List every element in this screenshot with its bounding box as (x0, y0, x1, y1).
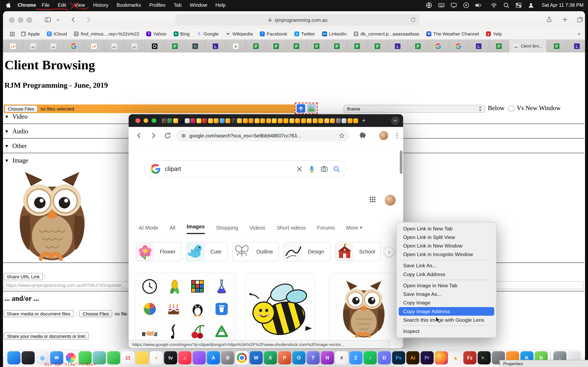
chrome-menu-dots-icon[interactable] (393, 132, 401, 140)
close-window-button[interactable] (135, 118, 140, 123)
menubar-menu-tab[interactable]: Tab (170, 2, 186, 8)
bookmark-apple[interactable]: Apple (21, 31, 40, 36)
result-tile-owl[interactable] (329, 273, 398, 346)
forward-button[interactable] (150, 132, 157, 140)
dock-spotify[interactable]: ♪ (364, 351, 377, 364)
menubar-menu-edit[interactable]: Edit (54, 2, 70, 8)
tab-favicon[interactable] (231, 118, 236, 123)
tab-favicon[interactable] (347, 118, 352, 123)
address-bar[interactable]: rjmprogramming.com.au (176, 14, 419, 25)
play-icon[interactable] (463, 2, 470, 8)
wifi-icon[interactable] (491, 2, 497, 8)
context-menu-item-copy-image[interactable]: Copy Image (398, 299, 494, 307)
control-center-icon[interactable] (515, 2, 522, 8)
bookmark-facebook[interactable]: fFacebook (260, 31, 287, 36)
search-icon[interactable] (503, 2, 510, 8)
bookmark-wikipedia[interactable]: WWikipedia (226, 31, 253, 36)
filter-chip-school[interactable]: School (335, 242, 381, 262)
google-search-box[interactable]: clipart (144, 160, 347, 177)
dock-tv[interactable]: tv (164, 351, 177, 364)
browser-tab[interactable] (307, 40, 327, 52)
dock-excel[interactable]: X (264, 351, 277, 364)
owl-clipart-image[interactable] (8, 169, 97, 263)
dock-powerpoint[interactable]: P (278, 351, 291, 364)
reload-button[interactable] (164, 132, 172, 140)
tab-favicon[interactable] (330, 118, 335, 123)
browser-tab[interactable]: L (567, 40, 585, 52)
tab-favicon[interactable] (301, 118, 306, 123)
tab-favicon[interactable] (196, 118, 201, 123)
bookmark-db-connect-p-aaasaaafaas[interactable]: ddb_connect.p...aaasaaafaas (354, 31, 419, 36)
menubar-menu-bookmarks[interactable]: Bookmarks (112, 2, 145, 8)
close-window-button[interactable] (9, 17, 15, 23)
dock-vlc[interactable]: ▲ (449, 351, 462, 364)
browser-tab[interactable] (145, 40, 165, 52)
forward-button[interactable] (85, 16, 92, 23)
dock-firefox[interactable] (435, 351, 448, 364)
image-icon[interactable] (307, 104, 316, 113)
google-tab-all[interactable]: All (169, 225, 175, 234)
result-tile-collage[interactable] (135, 273, 236, 346)
chevron-down-icon[interactable] (56, 17, 61, 22)
bookmark-google[interactable]: GGoogle (197, 31, 219, 36)
dock-facetime[interactable] (107, 351, 120, 364)
back-button[interactable] (70, 16, 77, 23)
minimize-window-button[interactable] (18, 17, 23, 23)
tab-favicon[interactable] (260, 118, 265, 123)
context-menu-item-open-link-in-split-view[interactable]: Open Link in Split View (398, 233, 494, 242)
browser-tab[interactable] (327, 40, 347, 52)
choose-files-button[interactable]: Choose Files (4, 105, 38, 112)
bookmark-find-minus-rep-22s-22[interactable]: ffind_minus....rep+%22s%22 (74, 31, 139, 36)
user-icon[interactable] (528, 2, 535, 8)
context-menu-item-open-link-in-new-window[interactable]: Open Link in New Window (398, 242, 494, 250)
google-tab-forums[interactable]: Forums (317, 225, 335, 234)
dock-notes[interactable] (136, 351, 149, 364)
zoom-window-button[interactable] (151, 118, 156, 123)
section-audio[interactable]: ▼ Audio (4, 128, 28, 135)
tab-favicon[interactable] (179, 118, 184, 123)
sidebar-toggle-icon[interactable] (44, 16, 52, 23)
google-tab-shopping[interactable]: Shopping (216, 225, 238, 234)
tab-favicon[interactable] (284, 118, 288, 123)
browser-tab[interactable] (266, 40, 286, 52)
dock-finder[interactable] (7, 351, 20, 364)
tab-favicon[interactable] (237, 118, 242, 123)
filter-chip-outline[interactable]: Outline (232, 242, 279, 262)
dock-onenote[interactable]: N (321, 351, 334, 364)
tab-favicon[interactable] (162, 118, 166, 123)
tab-overview-icon[interactable] (576, 16, 584, 23)
site-settings-icon[interactable] (181, 133, 186, 138)
google-profile-avatar[interactable] (385, 195, 396, 206)
tab-favicon[interactable] (173, 118, 178, 123)
tab-favicon[interactable] (190, 118, 195, 123)
menubar-menu-window[interactable]: Window (186, 2, 211, 8)
browser-tab[interactable]: L (388, 40, 408, 52)
dock-appstore[interactable]: A (207, 351, 220, 364)
tab-favicon[interactable] (318, 118, 323, 123)
dock-calendar[interactable]: 11 (121, 351, 134, 364)
browser-tab[interactable] (547, 40, 567, 52)
section-image[interactable]: ▼ Image (4, 157, 28, 165)
dock-word[interactable]: W (250, 351, 263, 364)
tab-favicon[interactable] (202, 118, 207, 123)
reload-icon[interactable] (410, 17, 416, 23)
tab-favicon[interactable] (254, 118, 259, 123)
dock-reminders[interactable]: ≡ (150, 351, 163, 364)
voice-search-icon[interactable] (308, 165, 316, 173)
tab-favicon[interactable] (219, 118, 224, 123)
dock-chrome[interactable] (235, 351, 249, 364)
filter-chip-flower[interactable]: Flower (136, 242, 182, 262)
scrollbar-thumb[interactable] (400, 150, 402, 174)
back-button[interactable] (135, 132, 143, 140)
dock-filezilla[interactable]: Fz (463, 351, 476, 364)
browser-tab[interactable] (408, 40, 428, 52)
browser-tab[interactable]: L (469, 40, 489, 52)
tab-favicon[interactable] (289, 118, 294, 123)
browser-tab-active[interactable]: Client Bro... (509, 40, 547, 52)
minimize-window-button[interactable] (144, 118, 148, 123)
menubar-menu-history[interactable]: History (89, 2, 112, 8)
result-tile-bee[interactable] (246, 273, 315, 346)
bookmark-icloud[interactable]: CiCloud (47, 31, 67, 36)
dock-launchpad[interactable] (22, 351, 35, 364)
browser-tab[interactable] (246, 40, 266, 52)
